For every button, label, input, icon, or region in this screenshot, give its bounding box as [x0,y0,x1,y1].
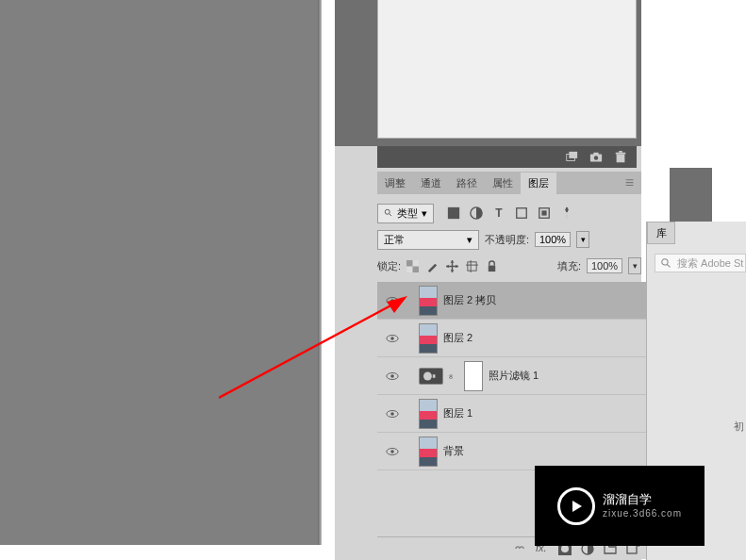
layer-item[interactable]: 背景 [377,433,671,470]
filter-shape-icon[interactable] [515,206,528,220]
svg-rect-10 [448,207,459,219]
tab-adjust[interactable]: 调整 [377,173,413,194]
library-search[interactable]: 搜索 Adobe St [655,254,746,272]
layer-thumbnail[interactable] [419,399,438,429]
filter-adjustment-icon[interactable] [470,206,483,220]
visibility-toggle[interactable] [385,334,400,343]
eye-icon [386,447,399,456]
layer-item[interactable]: 图层 1 [377,395,671,433]
layer-filter-row: 类型 ▾ T [377,203,641,223]
svg-point-28 [390,337,394,340]
svg-rect-5 [617,154,625,162]
opacity-dropdown[interactable]: ▾ [576,231,589,248]
watermark-title: 溜溜自学 [603,492,682,508]
opacity-value[interactable]: 100% [535,232,571,247]
filter-type-label: 类型 [397,206,418,221]
layer-thumbnail[interactable] [419,286,438,316]
tab-layers[interactable]: 图层 [521,173,556,194]
tab-properties[interactable]: 属性 [485,173,521,194]
search-icon [661,258,671,269]
chevron-down-icon: ▾ [467,234,472,246]
svg-rect-23 [466,264,478,265]
filter-pixel-icon[interactable] [447,206,460,220]
svg-rect-21 [468,261,476,270]
blend-mode-value: 正常 [384,233,405,247]
search-placeholder: 搜索 Adobe St [677,256,743,271]
svg-rect-14 [541,210,546,215]
layer-item[interactable]: ₈ 照片滤镜 1 [377,357,671,395]
layers-list: 图层 2 拷贝 图层 2 ₈ 照片滤镜 1 图层 1 背景 [377,282,671,470]
link-icon: ₈ [449,371,458,381]
visibility-toggle[interactable] [385,296,400,305]
watermark-sub: zixue.3d66.com [603,507,682,519]
library-status: 初 [734,420,744,434]
upper-panel-area [377,0,637,139]
svg-point-26 [390,299,394,303]
svg-rect-32 [433,374,436,378]
svg-rect-7 [619,151,622,153]
layer-item[interactable]: 图层 2 [377,320,671,357]
svg-marker-48 [572,501,582,512]
layer-thumbnail[interactable] [419,323,438,354]
filter-text-icon[interactable]: T [492,206,506,220]
layer-thumbnail[interactable] [419,436,438,467]
layer-name: 背景 [443,444,464,458]
camera-icon[interactable] [589,151,603,164]
fill-dropdown[interactable]: ▾ [628,257,641,274]
link-layers-icon[interactable] [513,542,526,555]
lock-icons [406,260,498,272]
svg-point-31 [423,371,432,380]
tab-paths[interactable]: 路径 [449,173,485,194]
svg-rect-24 [489,265,495,272]
tab-library[interactable]: 库 [647,222,675,244]
filter-smartobject-icon[interactable] [538,206,551,220]
lock-position-icon[interactable] [446,260,458,272]
new-adjustment-icon[interactable] [565,151,578,164]
svg-point-44 [662,258,668,264]
lock-transparency-icon[interactable] [406,260,419,272]
visibility-toggle[interactable] [385,409,400,419]
eye-icon [386,334,399,343]
svg-rect-4 [593,152,598,155]
visibility-toggle[interactable] [385,371,400,381]
filter-type-select[interactable]: 类型 ▾ [377,204,434,223]
layer-item[interactable]: 图层 2 拷贝 [377,282,671,320]
search-icon [384,208,393,218]
blend-mode-row: 正常 ▾ 不透明度: 100% ▾ [377,228,641,251]
layer-name: 图层 2 拷贝 [443,293,496,307]
chevron-down-icon: ▾ [633,261,638,271]
svg-rect-6 [616,152,626,154]
svg-point-16 [565,208,569,212]
fill-value[interactable]: 100% [587,258,622,273]
svg-rect-22 [471,260,472,272]
opacity-label: 不透明度: [485,233,529,247]
svg-rect-20 [413,266,420,272]
lock-all-icon[interactable] [486,260,498,272]
filter-icons: T [447,206,573,220]
trash-icon[interactable] [614,151,627,164]
panel-tabs: 调整 通道 路径 属性 图层 ≡ [377,172,641,194]
visibility-toggle[interactable] [385,447,400,456]
canvas-area[interactable] [0,0,322,545]
svg-point-36 [390,450,394,453]
filter-toggle-icon[interactable] [560,206,573,220]
mask-thumbnail[interactable] [464,361,483,391]
svg-line-9 [390,214,392,217]
panel-menu-icon[interactable]: ≡ [618,171,641,195]
svg-point-3 [594,156,598,159]
svg-point-30 [390,374,394,378]
svg-rect-12 [517,208,527,219]
chevron-down-icon: ▾ [581,235,586,244]
blend-mode-select[interactable]: 正常 ▾ [377,230,479,250]
tab-channels[interactable]: 通道 [413,173,449,194]
svg-point-8 [385,209,390,214]
lock-artboard-icon[interactable] [466,260,478,272]
play-icon [569,499,584,514]
watermark: 溜溜自学 zixue.3d66.com [535,466,705,546]
svg-line-45 [667,264,670,267]
adjustment-thumbnail[interactable] [419,368,443,385]
upper-panel-toolbar [377,146,637,168]
svg-rect-1 [569,151,577,157]
lock-paint-icon[interactable] [426,260,439,272]
layer-name: 图层 1 [443,406,472,420]
